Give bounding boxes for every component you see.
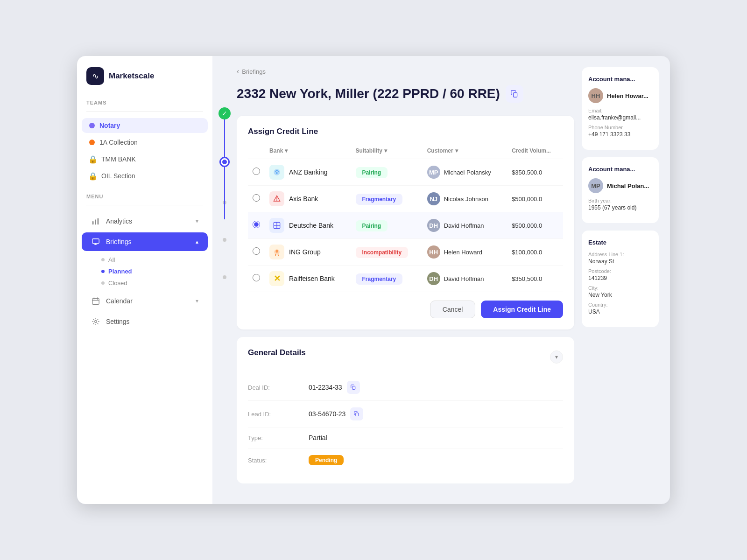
birth-year-label: Birth year:	[588, 198, 652, 203]
deal-id-copy-button[interactable]	[347, 381, 360, 394]
customer-axis: NJ Nicolas Johnson	[423, 186, 507, 212]
app-title: Marketscale	[109, 71, 154, 81]
bar-chart-icon	[91, 217, 100, 226]
settings-label: Settings	[106, 318, 198, 325]
table-row: ✕ Raiffeisen Bank Fragmentary DH	[248, 266, 563, 292]
table-row: ANZ Banking Pairing MP Michael Polan	[248, 159, 563, 186]
timeline-inner-dot	[222, 160, 227, 164]
breadcrumb[interactable]: ‹ Briefings	[237, 67, 574, 76]
axis-logo	[269, 191, 284, 206]
deutsche-logo	[269, 218, 284, 233]
bank-cell-anz: ANZ Banking	[265, 159, 351, 186]
main-content: ‹ Briefings 2332 New York, Miller (222 P…	[237, 56, 670, 504]
svg-point-8	[276, 172, 277, 174]
suitability-anz: Pairing	[351, 159, 423, 186]
svg-rect-0	[92, 221, 94, 224]
avatar-axis: NJ	[427, 192, 440, 205]
account-avatar-2: MP	[588, 178, 603, 193]
type-value: Partial	[309, 434, 327, 441]
svg-point-5	[95, 321, 97, 323]
lock-icon-oil: 🔒	[89, 172, 97, 180]
details-title: General Details	[248, 348, 306, 357]
menu-label: MENU	[77, 194, 212, 199]
row-select-raiffeisen[interactable]	[248, 266, 265, 292]
assign-credit-button[interactable]: Assign Credit Line	[481, 301, 563, 318]
sidebar-item-1a-collection[interactable]: 1A Collection	[82, 135, 208, 150]
submenu-planned[interactable]: Planned	[101, 266, 212, 277]
menu-item-calendar[interactable]: Calendar ▾	[82, 292, 208, 310]
credit-ing: $100,000.0	[507, 239, 563, 266]
svg-rect-20	[356, 413, 359, 416]
planned-dot	[101, 270, 105, 273]
country-label: Country:	[588, 302, 652, 308]
table-row: ING Group Incompatibility HH Helen H	[248, 239, 563, 266]
row-select-anz[interactable]	[248, 159, 265, 186]
row-select-ing[interactable]	[248, 239, 265, 266]
lead-id-copy-button[interactable]	[350, 407, 363, 420]
details-header: General Details ▾	[248, 348, 563, 366]
address-label: Address Line 1:	[588, 252, 652, 257]
svg-line-17	[275, 254, 276, 256]
assign-credit-card: Assign Credit Line Bank ▾	[237, 116, 574, 329]
country-value: USA	[588, 308, 652, 315]
birth-year-value: 1955 (67 years old)	[588, 204, 652, 211]
analytics-chevron: ▾	[196, 218, 198, 224]
svg-rect-6	[513, 93, 517, 98]
analytics-label: Analytics	[106, 217, 190, 225]
city-label: City:	[588, 285, 652, 291]
assign-credit-title: Assign Credit Line	[248, 127, 563, 136]
col-select	[248, 145, 265, 159]
col-suitability: Suitability ▾	[351, 145, 423, 159]
timeline-active-dot	[219, 157, 230, 167]
estate-card: Estate Address Line 1: Norway St Postcod…	[582, 231, 659, 327]
lead-id-label: Lead ID:	[248, 411, 309, 418]
submenu-all[interactable]: All	[101, 254, 212, 266]
account-avatar-1: HH	[588, 88, 603, 103]
raiffeisen-logo: ✕	[269, 271, 284, 286]
all-label: All	[108, 256, 115, 263]
cancel-button[interactable]: Cancel	[430, 301, 476, 318]
svg-point-11	[276, 200, 277, 201]
account-manager-2-card: Account mana... MP Michal Polan... Birth…	[582, 157, 659, 223]
sidebar-item-tmm-bank[interactable]: 🔒 TMM BANK	[82, 152, 208, 167]
table-row: Axis Bank Fragmentary NJ Nicolas Joh	[248, 186, 563, 212]
menu-item-analytics[interactable]: Analytics ▾	[82, 212, 208, 231]
credit-table: Bank ▾ Suitability ▾	[248, 145, 563, 292]
svg-rect-19	[352, 386, 355, 390]
sidebar-item-notary[interactable]: Notary	[82, 118, 208, 133]
account-person-2: MP Michal Polan...	[588, 178, 652, 193]
bank-cell-raiffeisen: ✕ Raiffeisen Bank	[265, 266, 351, 292]
details-collapse-button[interactable]: ▾	[550, 350, 563, 364]
timeline: ✓	[212, 56, 237, 504]
credit-anz: $350,500.0	[507, 159, 563, 186]
estate-title: Estate	[588, 239, 652, 246]
svg-rect-4	[92, 299, 99, 305]
avatar-deutsche: DH	[427, 219, 440, 232]
title-copy-button[interactable]	[506, 85, 523, 103]
city-value: New York	[588, 292, 652, 298]
detail-row-deal-id: Deal ID: 01-2234-33	[248, 374, 563, 401]
all-dot	[101, 258, 105, 261]
timeline-check: ✓	[218, 107, 231, 119]
oil-label: OIL Section	[101, 172, 135, 180]
menu-item-settings[interactable]: Settings	[82, 312, 208, 331]
briefings-submenu: All Planned Closed	[77, 252, 212, 291]
customer-ing: HH Helen Howard	[423, 239, 507, 266]
briefings-label: Briefings	[106, 238, 190, 245]
collection-label: 1A Collection	[99, 139, 138, 146]
account-name-2: Michal Polan...	[607, 182, 649, 189]
menu-item-briefings[interactable]: Briefings ▴	[82, 232, 208, 251]
sidebar-item-oil-section[interactable]: 🔒 OIL Section	[82, 168, 208, 183]
account-manager-1-card: Account mana... HH Helen Howar... Email:…	[582, 67, 659, 150]
row-select-axis[interactable]	[248, 186, 265, 212]
address-value: Norway St	[588, 258, 652, 265]
account-person-1: HH Helen Howar...	[588, 88, 652, 103]
right-panel: Account mana... HH Helen Howar... Email:…	[582, 67, 659, 497]
svg-rect-1	[95, 219, 96, 224]
notary-dot	[89, 123, 95, 128]
status-value: Pending	[309, 455, 344, 465]
row-select-deutsche[interactable]	[248, 212, 265, 239]
submenu-closed[interactable]: Closed	[101, 277, 212, 289]
content-area: ‹ Briefings 2332 New York, Miller (222 P…	[237, 56, 670, 504]
customer-deutsche: DH David Hoffman	[423, 212, 507, 239]
